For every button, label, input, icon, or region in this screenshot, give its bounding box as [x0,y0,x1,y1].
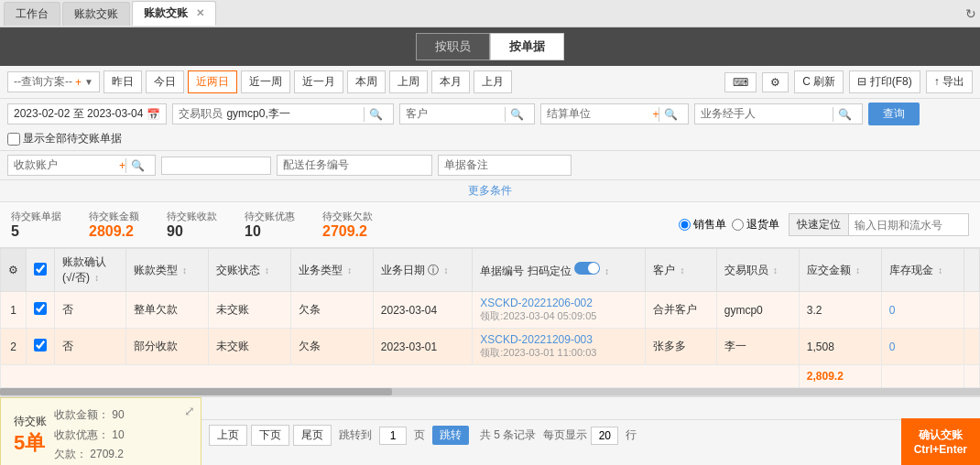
row-status-2: 未交账 [208,329,290,365]
row-1-checkbox[interactable] [34,302,47,315]
header-date[interactable]: 业务日期 ⓘ ↕ [373,249,472,292]
header-account-confirm[interactable]: 账款确认(√/否) ↕ [55,249,126,292]
row-status-1: 未交账 [208,292,290,329]
tab-account2[interactable]: 账款交账 ✕ [132,1,216,26]
more-conditions-link[interactable]: 更多条件 [468,184,512,197]
select-all-checkbox[interactable] [34,263,47,276]
account-input[interactable] [61,159,116,172]
calendar-icon[interactable]: 📅 [147,108,160,121]
sales-manager-filter[interactable]: 业务经手人 🔍 [694,103,863,124]
settlement-filter[interactable]: 结算单位 + 🔍 [540,103,689,124]
this-week-button[interactable]: 本周 [347,70,386,93]
account-filter[interactable]: 收款账户 + 🔍 [7,155,156,176]
sales-manager-input[interactable] [759,108,833,121]
customer-filter[interactable]: 客户 🔍 [399,103,535,124]
header-doc-no[interactable]: 单据编号 扫码定位 ↕ [473,249,646,292]
stat-pending-docs: 待交账单据 5 [11,210,61,240]
return-order-radio[interactable] [732,219,744,231]
doc-no-filter[interactable] [161,157,271,175]
settings-button[interactable]: ⚙ [762,72,789,92]
tab-workbench[interactable]: 工作台 [4,2,60,26]
customer-search-icon[interactable]: 🔍 [505,107,528,122]
per-page-input[interactable] [591,427,618,445]
doc-remark-input[interactable] [492,159,565,172]
header-customer[interactable]: 客户 ↕ [646,249,717,292]
header-cash[interactable]: 库存现金 ↕ [881,249,964,292]
row-2-checkbox[interactable] [34,339,47,351]
header-status[interactable]: 交账状态 ↕ [208,249,290,292]
delivery-no-input[interactable] [353,159,426,172]
header-checkbox[interactable] [27,249,55,292]
employee-search-icon[interactable]: 🔍 [364,107,387,122]
table-row: 1 否 整单欠款 未交账 欠条 2023-03-04 XSCKD-2022120… [1,292,980,329]
refresh-button[interactable]: C 刷新 [794,70,844,93]
quick-position-box[interactable]: 快速定位 [789,213,969,236]
last-week-button[interactable]: 上周 [389,70,428,93]
add-account-icon[interactable]: + [119,159,125,172]
stat-pending-collection: 待交账收款 90 [167,210,217,240]
employee-filter[interactable]: 交易职员 🔍 [172,103,394,124]
doc-no-input[interactable] [168,159,259,172]
today-button[interactable]: 今日 [146,70,184,93]
next-page-button[interactable]: 下页 [251,425,289,446]
per-page-label: 每页显示 [543,427,587,443]
row-biz-type-1: 欠条 [290,292,373,329]
scan-toggle[interactable] [574,262,600,275]
sales-manager-search-icon[interactable]: 🔍 [833,107,856,122]
row-1-cash-link[interactable]: 0 [889,304,896,317]
prev-page-button[interactable]: 上页 [209,425,247,446]
export-button[interactable]: ↑ 导出 [926,70,973,93]
last-page-button[interactable]: 尾页 [293,425,332,446]
by-employee-button[interactable]: 按职员 [416,33,490,60]
gear-icon[interactable]: ⚙ [8,264,18,276]
header-amount[interactable]: 应交金额 ↕ [799,249,881,292]
jump-button[interactable]: 跳转 [432,426,469,445]
expand-icon[interactable]: ⤢ [184,404,195,418]
row-checkbox-1[interactable] [27,292,55,329]
last-month-button[interactable]: 上月 [474,70,512,93]
settlement-search-icon[interactable]: 🔍 [659,107,682,122]
keyboard-icon-button[interactable]: ⌨ [724,72,757,92]
sales-order-radio-label[interactable]: 销售单 [679,217,726,232]
row-amount-2: 1,508 [799,329,881,365]
query-scheme-dropdown[interactable]: --查询方案-- + ▼ [7,71,100,92]
header-gear[interactable]: ⚙ [1,249,27,292]
confirm-shortcut-button[interactable]: 确认交账 Ctrl+Enter [901,418,980,465]
row-1-doc-link[interactable]: XSCKD-20221206-002 [480,297,593,309]
tab-account1[interactable]: 账款交账 [62,2,130,26]
doc-remark-filter[interactable]: 单据备注 [438,155,572,176]
settlement-input[interactable] [594,108,649,121]
return-order-radio-label[interactable]: 退货单 [732,217,779,232]
add-settlement-icon[interactable]: + [652,108,659,121]
date-range-filter[interactable]: 2023-02-02 至 2023-03-04 📅 [7,103,167,124]
quick-pos-input[interactable] [849,216,968,234]
row-employee-1: gymcp0 [716,292,799,329]
page-number-input[interactable]: 1 [379,427,407,445]
row-2-cash-link[interactable]: 0 [889,341,896,353]
employee-input[interactable] [226,108,364,121]
page-refresh-button[interactable]: ↻ [965,6,976,21]
account-search-icon[interactable]: 🔍 [125,158,149,173]
yesterday-button[interactable]: 昨日 [103,70,142,93]
row-biz-type-2: 欠条 [290,329,373,365]
tab-close-icon[interactable]: ✕ [196,7,204,18]
horizontal-scrollbar[interactable] [0,388,980,395]
recent-month-button[interactable]: 近一月 [294,70,343,93]
this-month-button[interactable]: 本月 [431,70,470,93]
show-all-checkbox[interactable] [7,133,20,146]
row-2-doc-link[interactable]: XSCKD-20221209-003 [480,333,593,346]
header-account-type[interactable]: 账款类型 ↕ [125,249,208,292]
header-biz-type[interactable]: 业务类型 ↕ [290,249,373,292]
customer-input[interactable] [431,108,505,121]
recent-two-days-button[interactable]: 近两日 [188,70,237,93]
query-button[interactable]: 查询 [868,103,920,125]
by-document-button[interactable]: 按单据 [490,33,564,60]
recent-week-button[interactable]: 近一周 [241,70,290,93]
row-checkbox-2[interactable] [27,329,55,365]
delivery-no-filter[interactable]: 配送任务编号 [277,155,432,176]
row-2-receive-time: 领取:2023-03-01 11:00:03 [480,347,596,358]
sales-order-radio[interactable] [679,219,691,231]
header-employee[interactable]: 交易职员 ↕ [716,249,799,292]
show-all-checkbox-label[interactable]: 显示全部待交账单据 [7,131,122,146]
print-button[interactable]: ⊟ 打印(F8) [849,70,920,93]
